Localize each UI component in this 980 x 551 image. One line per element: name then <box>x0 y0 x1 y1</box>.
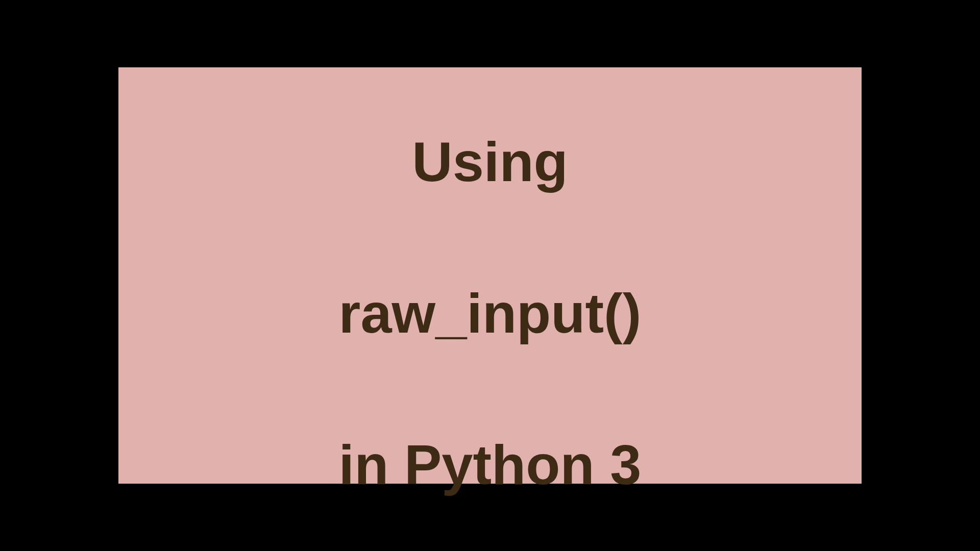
title-card: Using raw_input() in Python 3 <box>118 67 862 484</box>
title-line-3: in Python 3 <box>339 433 642 496</box>
title-line-2: raw_input() <box>339 282 642 344</box>
card-title: Using raw_input() in Python 3 <box>339 48 642 503</box>
title-line-1: Using <box>412 130 568 193</box>
